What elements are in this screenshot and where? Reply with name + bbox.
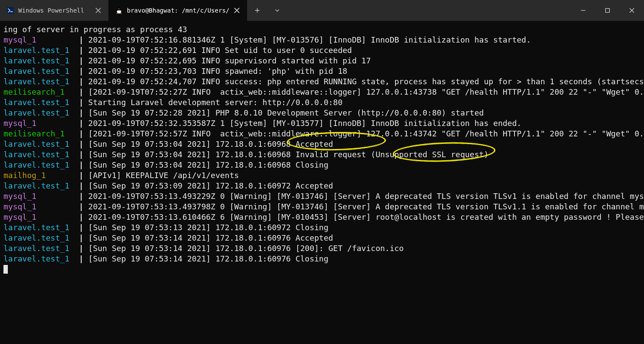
- svg-point-6: [119, 9, 119, 9]
- terminal-segment: |: [79, 202, 88, 211]
- tab-wsl[interactable]: bravo@Bhagwat: /mnt/c/Users/: [109, 0, 247, 21]
- terminal-segment: 2021-09-19T07:52:32.353587Z 1 [System] […: [88, 119, 521, 128]
- maximize-button[interactable]: [595, 0, 620, 21]
- terminal-segment: |: [79, 244, 88, 253]
- terminal-line: laravel.test_1 | [Sun Sep 19 07:52:28 20…: [3, 108, 641, 118]
- terminal-line: laravel.test_1 | [Sun Sep 19 07:53:09 20…: [3, 181, 641, 191]
- window-close-button[interactable]: [620, 0, 644, 21]
- terminal-line: mysql_1 | 2021-09-19T07:53:13.493798Z 0 …: [3, 202, 641, 212]
- window-controls: [571, 0, 644, 21]
- titlebar-drag-region[interactable]: [287, 0, 571, 21]
- terminal-segment: mysql_1: [3, 119, 79, 128]
- svg-rect-0: [7, 7, 14, 14]
- tux-icon: [116, 7, 123, 14]
- new-tab-button[interactable]: [247, 0, 267, 21]
- terminal-segment: mysql_1: [3, 35, 79, 44]
- terminal-segment: [2021-09-19T07:52:27Z INFO actix_web::mi…: [88, 87, 644, 96]
- terminal-segment: |: [79, 212, 88, 222]
- terminal-segment: |: [79, 192, 88, 201]
- terminal-output: ing of server in progress as process 43m…: [3, 24, 641, 264]
- terminal-segment: [Sun Sep 19 07:53:04 2021] 172.18.0.1:60…: [88, 150, 488, 159]
- terminal-segment: mysql_1: [3, 192, 79, 201]
- terminal-segment: laravel.test_1: [3, 56, 79, 65]
- tab-strip: Windows PowerShell bravo@Bhagwat: /mnt/c…: [0, 0, 247, 21]
- terminal-segment: laravel.test_1: [3, 108, 79, 117]
- terminal-segment: 2021-09-19T07:52:16.881346Z 1 [System] […: [88, 35, 531, 44]
- terminal-segment: |: [79, 108, 88, 117]
- terminal-segment: meilisearch_1: [3, 87, 79, 96]
- terminal-segment: |: [79, 139, 88, 149]
- terminal-segment: [Sun Sep 19 07:53:04 2021] 172.18.0.1:60…: [88, 160, 329, 169]
- close-icon[interactable]: [95, 7, 101, 13]
- minimize-button[interactable]: [571, 0, 595, 21]
- terminal-line: ing of server in progress as process 43: [3, 24, 641, 35]
- svg-rect-8: [606, 9, 610, 13]
- terminal-line: meilisearch_1 | [2021-09-19T07:52:57Z IN…: [3, 129, 641, 139]
- terminal-segment: |: [79, 35, 88, 44]
- terminal-segment: [Sun Sep 19 07:52:28 2021] PHP 8.0.10 De…: [88, 108, 484, 117]
- terminal-segment: laravel.test_1: [3, 254, 79, 263]
- terminal-segment: [Sun Sep 19 07:53:09 2021] 172.18.0.1:60…: [88, 181, 333, 190]
- terminal-segment: |: [79, 150, 88, 159]
- terminal-line: laravel.test_1 | [Sun Sep 19 07:53:13 20…: [3, 222, 641, 233]
- terminal-segment: 2021-09-19 07:52:24,707 INFO success: ph…: [88, 77, 644, 86]
- terminal-pane[interactable]: ing of server in progress as process 43m…: [0, 21, 644, 344]
- terminal-segment: [2021-09-19T07:52:57Z INFO actix_web::mi…: [88, 129, 644, 138]
- terminal-line: mysql_1 | 2021-09-19T07:52:16.881346Z 1 …: [3, 35, 641, 45]
- terminal-line: meilisearch_1 | [2021-09-19T07:52:27Z IN…: [3, 87, 641, 97]
- terminal-segment: laravel.test_1: [3, 233, 79, 242]
- powershell-icon: [7, 7, 14, 14]
- terminal-segment: ing of server in progress as process 43: [3, 25, 187, 34]
- terminal-line: laravel.test_1 | [Sun Sep 19 07:53:04 20…: [3, 139, 641, 149]
- terminal-segment: laravel.test_1: [3, 181, 79, 190]
- terminal-segment: laravel.test_1: [3, 150, 79, 159]
- terminal-line: laravel.test_1 | 2021-09-19 07:52:24,707…: [3, 76, 641, 87]
- terminal-line: laravel.test_1 | [Sun Sep 19 07:53:04 20…: [3, 149, 641, 160]
- terminal-line: laravel.test_1 | [Sun Sep 19 07:53:04 20…: [3, 160, 641, 170]
- terminal-segment: Starting Laravel development server: htt…: [88, 98, 342, 107]
- svg-point-2: [118, 7, 121, 10]
- terminal-segment: 2021-09-19 07:52:22,691 INFO Set uid to …: [88, 46, 352, 55]
- tab-label: bravo@Bhagwat: /mnt/c/Users/: [127, 7, 229, 14]
- terminal-segment: meilisearch_1: [3, 129, 79, 138]
- terminal-segment: |: [79, 181, 88, 190]
- terminal-segment: [Sun Sep 19 07:53:04 2021] 172.18.0.1:60…: [88, 139, 333, 149]
- tab-powershell[interactable]: Windows PowerShell: [0, 0, 109, 21]
- terminal-segment: 2021-09-19T07:53:13.493229Z 0 [Warning] …: [88, 192, 644, 201]
- terminal-segment: |: [79, 223, 88, 232]
- terminal-segment: |: [79, 254, 88, 263]
- terminal-segment: laravel.test_1: [3, 223, 79, 232]
- terminal-line: mysql_1 | 2021-09-19T07:53:13.610466Z 6 …: [3, 212, 641, 222]
- terminal-segment: 2021-09-19 07:52:22,695 INFO supervisord…: [88, 56, 371, 65]
- terminal-segment: mysql_1: [3, 212, 79, 222]
- terminal-segment: [Sun Sep 19 07:53:14 2021] 172.18.0.1:60…: [88, 244, 404, 253]
- terminal-segment: [Sun Sep 19 07:53:13 2021] 172.18.0.1:60…: [88, 223, 329, 232]
- terminal-segment: |: [79, 77, 88, 86]
- terminal-segment: |: [79, 160, 88, 169]
- terminal-segment: |: [79, 129, 88, 138]
- terminal-segment: |: [79, 98, 88, 107]
- terminal-line: laravel.test_1 | Starting Laravel develo…: [3, 97, 641, 108]
- terminal-segment: |: [79, 233, 88, 242]
- terminal-line: laravel.test_1 | [Sun Sep 19 07:53:14 20…: [3, 243, 641, 254]
- terminal-line: mysql_1 | 2021-09-19T07:53:13.493229Z 0 …: [3, 191, 641, 202]
- cursor: [3, 265, 8, 274]
- close-icon[interactable]: [234, 7, 240, 13]
- terminal-line: laravel.test_1 | 2021-09-19 07:52:23,703…: [3, 66, 641, 76]
- terminal-segment: 2021-09-19T07:53:13.493798Z 0 [Warning] …: [88, 202, 644, 211]
- terminal-segment: laravel.test_1: [3, 244, 79, 253]
- tab-dropdown-button[interactable]: [267, 0, 287, 21]
- terminal-segment: |: [79, 171, 88, 180]
- titlebar: Windows PowerShell bravo@Bhagwat: /mnt/c…: [0, 0, 644, 21]
- terminal-segment: [APIv1] KEEPALIVE /api/v1/events: [88, 171, 239, 180]
- terminal-segment: |: [79, 46, 88, 55]
- terminal-segment: laravel.test_1: [3, 66, 79, 76]
- terminal-segment: |: [79, 119, 88, 128]
- svg-point-3: [118, 10, 120, 13]
- terminal-line: laravel.test_1 | [Sun Sep 19 07:53:14 20…: [3, 233, 641, 243]
- terminal-segment: |: [79, 56, 88, 65]
- terminal-segment: [Sun Sep 19 07:53:14 2021] 172.18.0.1:60…: [88, 254, 329, 263]
- terminal-line: mailhog_1 | [APIv1] KEEPALIVE /api/v1/ev…: [3, 170, 641, 181]
- terminal-segment: 2021-09-19 07:52:23,703 INFO spawned: 'p…: [88, 66, 347, 76]
- terminal-line: laravel.test_1 | [Sun Sep 19 07:53:14 20…: [3, 254, 641, 264]
